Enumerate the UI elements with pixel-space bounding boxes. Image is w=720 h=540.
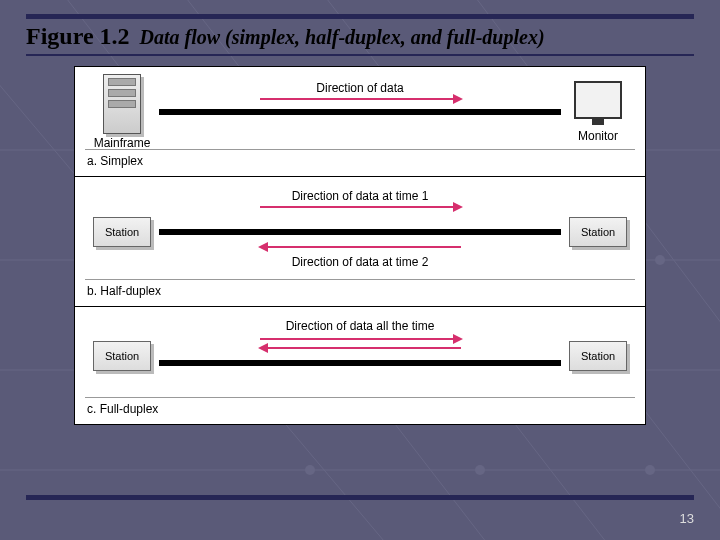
mainframe-label: Mainframe	[94, 136, 151, 150]
svg-point-20	[305, 465, 315, 475]
simplex-arrow-label: Direction of data	[159, 81, 561, 95]
svg-point-21	[475, 465, 485, 475]
monitor-label: Monitor	[578, 129, 618, 143]
top-rule	[26, 14, 694, 19]
simplex-caption: a. Simplex	[85, 149, 635, 174]
panel-full-duplex: Station Direction of data all the time S…	[75, 307, 645, 424]
slide: Figure 1.2 Data flow (simplex, half-dupl…	[0, 0, 720, 425]
mainframe-node: Mainframe	[85, 74, 159, 150]
half-arrow1-label: Direction of data at time 1	[159, 189, 561, 203]
full-arrow-label: Direction of data all the time	[159, 319, 561, 333]
bottom-rule	[26, 495, 694, 500]
title-underline	[26, 54, 694, 56]
full-left-node: Station	[85, 341, 159, 371]
figure-caption: Data flow (simplex, half-duplex, and ful…	[140, 26, 545, 49]
station-icon: Station	[93, 217, 151, 247]
station-icon: Station	[569, 217, 627, 247]
full-caption: c. Full-duplex	[85, 397, 635, 422]
simplex-bar	[159, 109, 561, 115]
figure-box: Mainframe Direction of data Monitor a. S…	[74, 66, 646, 425]
station-icon: Station	[569, 341, 627, 371]
half-arrow2-label: Direction of data at time 2	[159, 255, 561, 269]
mainframe-icon	[103, 74, 141, 134]
half-bar	[159, 229, 561, 235]
panel-half-duplex: Station Direction of data at time 1 Dire…	[75, 177, 645, 307]
monitor-icon	[574, 81, 622, 119]
station-icon: Station	[93, 341, 151, 371]
half-caption: b. Half-duplex	[85, 279, 635, 304]
figure-number: Figure 1.2	[26, 23, 130, 50]
full-link: Direction of data all the time	[159, 315, 561, 397]
full-right-node: Station	[561, 341, 635, 371]
page-number: 13	[680, 511, 694, 526]
simplex-link: Direction of data	[159, 75, 561, 149]
svg-point-22	[645, 465, 655, 475]
half-link: Direction of data at time 1 Direction of…	[159, 185, 561, 279]
full-bar	[159, 360, 561, 366]
figure-title: Figure 1.2 Data flow (simplex, half-dupl…	[26, 23, 694, 50]
half-left-node: Station	[85, 217, 159, 247]
half-right-node: Station	[561, 217, 635, 247]
monitor-node: Monitor	[561, 81, 635, 143]
panel-simplex: Mainframe Direction of data Monitor a. S…	[75, 67, 645, 177]
